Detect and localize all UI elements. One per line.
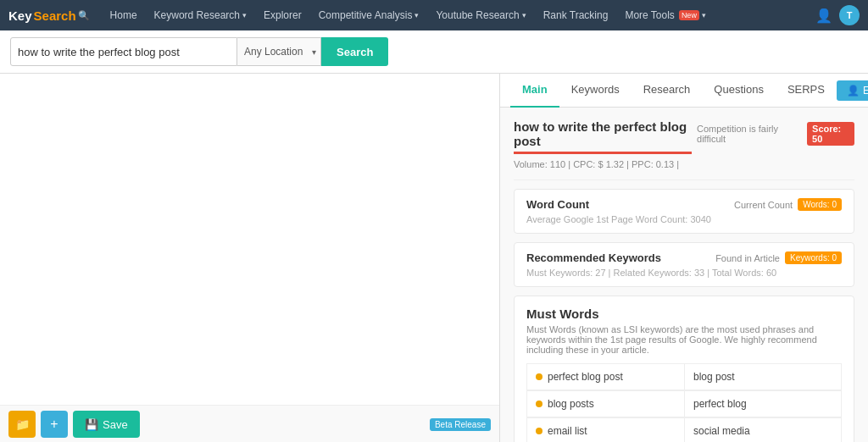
new-badge: New bbox=[679, 10, 699, 20]
logo-search: Search bbox=[34, 8, 76, 23]
recommended-keywords-row: Recommended Keywords Found in Article Ke… bbox=[514, 242, 854, 287]
editor-textarea[interactable] bbox=[0, 74, 499, 405]
tabs-right: 👤 Export ▾ bbox=[837, 80, 868, 101]
nav-more-tools[interactable]: More Tools New ▾ bbox=[618, 0, 713, 30]
logo-icon: 🔍 bbox=[78, 10, 90, 21]
right-panel: Main Keywords Research Questions SERPS 👤… bbox=[500, 74, 868, 442]
keywords-badge: Keywords: 0 bbox=[785, 251, 842, 264]
chevron-down-icon-ca: ▾ bbox=[415, 11, 419, 19]
list-item: perfect blog bbox=[684, 390, 842, 417]
nav-competitive-analysis-label: Competitive Analysis bbox=[319, 9, 413, 21]
navbar-right: 👤 T bbox=[815, 5, 860, 25]
save-button[interactable]: 💾 Save bbox=[73, 411, 140, 438]
nav-home[interactable]: Home bbox=[103, 0, 144, 30]
editor-footer: 📁 + 💾 Save Beta Release bbox=[0, 405, 499, 442]
recommended-keywords-label: Recommended Keywords bbox=[526, 251, 661, 264]
kw-meta: Volume: 110 | CPC: $ 1.32 | PPC: 0.13 | bbox=[514, 159, 854, 169]
recommended-keywords-header: Recommended Keywords Found in Article Ke… bbox=[526, 251, 842, 264]
list-item: email list bbox=[526, 417, 684, 442]
search-bar: how to write the perfect blog post Any L… bbox=[0, 30, 868, 74]
logo[interactable]: KeySearch🔍 bbox=[8, 8, 90, 23]
word-count-header: Word Count Current Count Words: 0 bbox=[526, 198, 842, 211]
tab-keywords[interactable]: Keywords bbox=[559, 74, 632, 108]
tab-research[interactable]: Research bbox=[632, 74, 703, 108]
keyword-title: how to write the perfect blog post bbox=[514, 119, 697, 148]
tab-serps[interactable]: SERPS bbox=[776, 74, 837, 108]
editor-panel: 📁 + 💾 Save Beta Release bbox=[0, 74, 500, 442]
navbar: KeySearch🔍 Home Keyword Research ▾ Explo… bbox=[0, 0, 868, 30]
search-bar-inner: how to write the perfect blog post Any L… bbox=[10, 37, 379, 66]
logo-key: Key bbox=[8, 8, 32, 23]
nav-more-tools-label: More Tools bbox=[625, 9, 674, 21]
list-item: perfect blog post bbox=[526, 363, 684, 390]
list-item: social media bbox=[684, 417, 842, 442]
chevron-down-icon-yt: ▾ bbox=[522, 11, 526, 19]
search-button[interactable]: Search bbox=[321, 37, 388, 66]
nav-explorer[interactable]: Explorer bbox=[257, 0, 309, 30]
save-icon: 💾 bbox=[85, 418, 98, 431]
keyword-header: how to write the perfect blog post Compe… bbox=[514, 119, 854, 180]
export-icon: 👤 bbox=[847, 85, 860, 97]
nav-keyword-research-label: Keyword Research bbox=[154, 9, 240, 21]
search-input[interactable]: how to write the perfect blog post bbox=[18, 46, 230, 58]
user-icon[interactable]: 👤 bbox=[815, 8, 832, 24]
location-wrap: Any Location bbox=[237, 37, 321, 66]
must-words-section: Must Words Must Words (known as LSI keyw… bbox=[514, 296, 854, 442]
current-count-label: Current Count bbox=[734, 200, 793, 210]
word-count-label: Word Count bbox=[526, 198, 589, 211]
folder-button[interactable]: 📁 bbox=[8, 411, 36, 438]
must-words-desc: Must Words (known as LSI keywords) are t… bbox=[526, 324, 842, 355]
nav-youtube-label: Youtube Research bbox=[436, 9, 519, 21]
kw-dot bbox=[536, 428, 542, 434]
kw-title-row: how to write the perfect blog post Compe… bbox=[514, 119, 854, 148]
nav-keyword-research[interactable]: Keyword Research ▾ bbox=[147, 0, 253, 30]
list-item: blog post bbox=[684, 363, 842, 390]
words-badge: Words: 0 bbox=[798, 198, 842, 211]
score-badge: Score: 50 bbox=[807, 122, 854, 146]
save-label: Save bbox=[103, 418, 128, 431]
main-layout: 📁 + 💾 Save Beta Release Main Keywords Re… bbox=[0, 74, 868, 442]
beta-badge: Beta Release bbox=[430, 418, 491, 431]
avatar[interactable]: T bbox=[839, 5, 860, 25]
tab-main[interactable]: Main bbox=[510, 74, 559, 108]
recommended-keywords-sub: Must Keywords: 27 | Related Keywords: 33… bbox=[526, 268, 842, 278]
chevron-down-icon-mt: ▾ bbox=[702, 11, 706, 19]
kw-underline bbox=[514, 152, 692, 154]
search-input-wrap: how to write the perfect blog post bbox=[10, 37, 237, 66]
add-button[interactable]: + bbox=[41, 411, 68, 438]
recommended-keywords-right: Found in Article Keywords: 0 bbox=[715, 251, 842, 264]
export-label: Export bbox=[863, 85, 868, 97]
kw-dot bbox=[536, 373, 542, 380]
nav-rank-tracking[interactable]: Rank Tracking bbox=[537, 0, 615, 30]
tab-questions[interactable]: Questions bbox=[702, 74, 776, 108]
tabs-bar: Main Keywords Research Questions SERPS 👤… bbox=[500, 74, 868, 108]
word-count-right: Current Count Words: 0 bbox=[734, 198, 842, 211]
competition-row: Competition is fairly difficult Score: 5… bbox=[697, 122, 854, 146]
nav-youtube-research[interactable]: Youtube Research ▾ bbox=[429, 0, 532, 30]
content-area: how to write the perfect blog post Compe… bbox=[500, 108, 868, 442]
word-count-sub: Average Google 1st Page Word Count: 3040 bbox=[526, 214, 842, 224]
word-count-row: Word Count Current Count Words: 0 Averag… bbox=[514, 189, 854, 234]
location-select[interactable]: Any Location bbox=[237, 37, 321, 66]
export-button[interactable]: 👤 Export ▾ bbox=[837, 80, 868, 101]
chevron-down-icon: ▾ bbox=[242, 11, 247, 19]
keywords-grid: perfect blog postblog postblog postsperf… bbox=[526, 363, 842, 442]
kw-dot bbox=[536, 401, 542, 407]
found-in-article-label: Found in Article bbox=[715, 253, 780, 263]
nav-competitive-analysis[interactable]: Competitive Analysis ▾ bbox=[312, 0, 426, 30]
must-words-title: Must Words bbox=[526, 307, 842, 321]
editor-footer-left: 📁 + 💾 Save bbox=[8, 411, 140, 438]
list-item: blog posts bbox=[526, 390, 684, 417]
competition-label: Competition is fairly difficult bbox=[697, 124, 797, 144]
